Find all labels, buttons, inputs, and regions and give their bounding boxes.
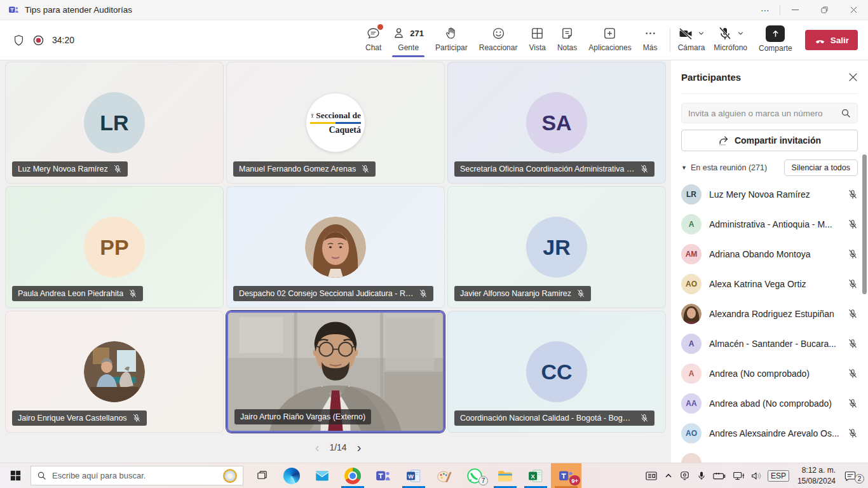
participant-name-label: Coordinación Nacional Calidad - Bogotá -… (460, 414, 635, 423)
participant-row[interactable]: A Andrea (No comprobado) (681, 358, 858, 388)
chat-button[interactable]: Chat (360, 24, 387, 57)
battery-tray-icon[interactable] (712, 471, 726, 481)
teams-icon (375, 468, 391, 484)
mute-all-button[interactable]: Silenciar a todos (784, 159, 858, 176)
participant-row[interactable] (681, 448, 858, 463)
file-explorer-icon (497, 468, 513, 484)
people-button[interactable]: 271 Gente (387, 24, 430, 57)
apps-button[interactable]: Aplicaciones (583, 24, 637, 57)
taskbar-excel-icon[interactable]: X (520, 463, 551, 488)
participant-row[interactable]: AA Andrea abad (No comprobado) (681, 388, 858, 418)
participant-tile[interactable]: Jairo Enrique Vera Castellanos (5, 311, 224, 433)
taskbar-teams-icon[interactable] (368, 463, 398, 488)
taskbar-teams-meeting-icon[interactable]: 9+ (551, 463, 581, 488)
maximize-restore-button[interactable] (810, 0, 839, 20)
participant-avatar: LR (681, 184, 702, 205)
taskbar-edge-icon[interactable] (276, 463, 307, 488)
participant-name-label: Jairo Arturo Riaño Vargas (Externo) (240, 412, 365, 421)
excel-icon: X (527, 468, 544, 484)
taskbar-whatsapp-icon[interactable]: 7 (459, 463, 490, 488)
mail-icon (314, 468, 330, 484)
webcam-tray-icon[interactable] (679, 470, 691, 482)
mic-muted-icon (361, 165, 370, 173)
taskbar-chrome-icon[interactable] (337, 463, 368, 488)
show-hidden-icons-chevron[interactable] (664, 471, 673, 480)
participant-tile[interactable]: LR Luz Mery Novoa Ramírez (5, 62, 224, 184)
svg-text:X: X (531, 473, 536, 479)
participant-row[interactable]: AO Andres Alexsaindre Arevalo Os... (681, 418, 858, 448)
taskbar-mail-icon[interactable] (307, 463, 337, 488)
scrollbar-thumb[interactable] (862, 154, 867, 294)
task-view-button[interactable] (247, 463, 276, 488)
participant-mic-muted-icon[interactable] (848, 369, 858, 379)
participant-mic-muted-icon[interactable] (848, 398, 858, 409)
next-page-chevron[interactable]: › (357, 441, 362, 454)
news-widget-icon[interactable] (644, 469, 658, 483)
participant-row[interactable]: A Administrativa - Antioquia - M... (681, 209, 858, 239)
video-stage: LR Luz Mery Novoa Ramírez Seccional de C… (0, 60, 671, 463)
close-panel-button[interactable] (848, 72, 858, 82)
recording-timer: 34:20 (52, 35, 74, 45)
participant-mic-muted-icon[interactable] (848, 249, 858, 259)
microphone-button[interactable]: Micrófono (712, 24, 749, 57)
tile-name-pill: Jairo Arturo Riaño Vargas (Externo) (234, 409, 371, 424)
taskbar-explorer-icon[interactable] (490, 463, 520, 488)
security-shield-icon (13, 34, 25, 46)
taskbar-paint-icon[interactable] (429, 463, 459, 488)
close-window-button[interactable] (839, 0, 868, 20)
network-tray-icon[interactable] (732, 470, 745, 482)
participant-tile[interactable]: CC Coordinación Nacional Calidad - Bogot… (447, 311, 666, 433)
invite-search-input[interactable] (688, 109, 836, 118)
participant-tile[interactable]: Jairo Arturo Riaño Vargas (Externo) (226, 311, 445, 433)
avatar-photo-man-dog (84, 341, 145, 402)
participant-row[interactable]: Alexandra Rodriguez Estupiñan (681, 299, 858, 329)
participant-mic-muted-icon[interactable] (848, 279, 858, 289)
participant-row[interactable]: AO Alexa Katrina Vega Ortiz (681, 269, 858, 299)
participant-row[interactable]: AM Adriana Obando Montoya (681, 239, 858, 269)
participant-mic-muted-icon[interactable] (848, 428, 858, 438)
windows-logo-icon (10, 470, 21, 481)
camera-button[interactable]: Cámara (677, 24, 707, 57)
participant-tile[interactable]: Seccional de Caquetá Manuel Fernando Gom… (226, 62, 445, 184)
volume-tray-icon[interactable] (750, 471, 762, 481)
minimize-button[interactable] (780, 0, 810, 20)
in-meeting-section-toggle[interactable]: ▼ En esta reunión (271) (681, 163, 767, 172)
participant-tile[interactable]: JR Javier Alfonso Naranjo Ramirez (447, 186, 666, 308)
participant-mic-muted-icon[interactable] (848, 339, 858, 349)
notification-center-button[interactable]: 2 (844, 470, 863, 482)
participant-avatar: A (681, 214, 702, 234)
windows-taskbar: Escribe aquí para buscar. W 7 X 9+ (0, 463, 868, 488)
react-button[interactable]: Reaccionar (473, 24, 524, 57)
participant-tile[interactable]: SA Secretaría Oficina Coordinación Admin… (447, 62, 666, 184)
view-button[interactable]: Vista (523, 24, 551, 57)
participant-name: Andres Alexsaindre Arevalo Os... (709, 428, 840, 438)
start-button[interactable] (0, 463, 31, 488)
leave-button[interactable]: Salir (805, 30, 858, 50)
chevron-down-icon (737, 30, 744, 37)
participant-tile[interactable]: PP Paula Andrea Leon Piedrahita (5, 186, 224, 308)
raise-hand-button[interactable]: Participar (430, 24, 473, 57)
previous-page-chevron[interactable]: ‹ (315, 441, 320, 454)
tile-name-pill: Paula Andrea Leon Piedrahita (12, 286, 143, 301)
microphone-tray-icon[interactable] (696, 471, 707, 481)
taskbar-word-icon[interactable]: W (398, 463, 429, 488)
window-more-button[interactable]: ⋯ (750, 0, 780, 20)
mic-muted-icon (640, 414, 649, 423)
participant-mic-muted-icon[interactable] (848, 219, 858, 229)
language-indicator[interactable]: ESP (768, 470, 789, 482)
clock[interactable]: 8:12 a. m. 15/08/2024 (795, 465, 838, 485)
participant-row[interactable]: LR Luz Mery Novoa Ramírez (681, 179, 858, 209)
participant-tile[interactable]: Despacho 02 Consejo Seccional Judicatura… (226, 186, 445, 308)
notes-button[interactable]: Notas (552, 24, 583, 57)
participant-mic-muted-icon[interactable] (848, 309, 858, 319)
share-invitation-button[interactable]: Compartir invitación (681, 130, 858, 151)
teams-logo-icon (8, 4, 19, 15)
logo-rule (310, 122, 361, 124)
share-screen-button[interactable]: Comparte (757, 23, 794, 58)
participant-mic-muted-icon[interactable] (848, 189, 858, 200)
page-indicator: 1/14 (329, 442, 346, 452)
taskbar-search-box[interactable]: Escribe aquí para buscar. (31, 466, 243, 485)
participant-row[interactable]: A Almacén - Santander - Bucara... (681, 329, 858, 358)
more-button[interactable]: Más (637, 24, 663, 57)
search-icon (841, 108, 851, 118)
